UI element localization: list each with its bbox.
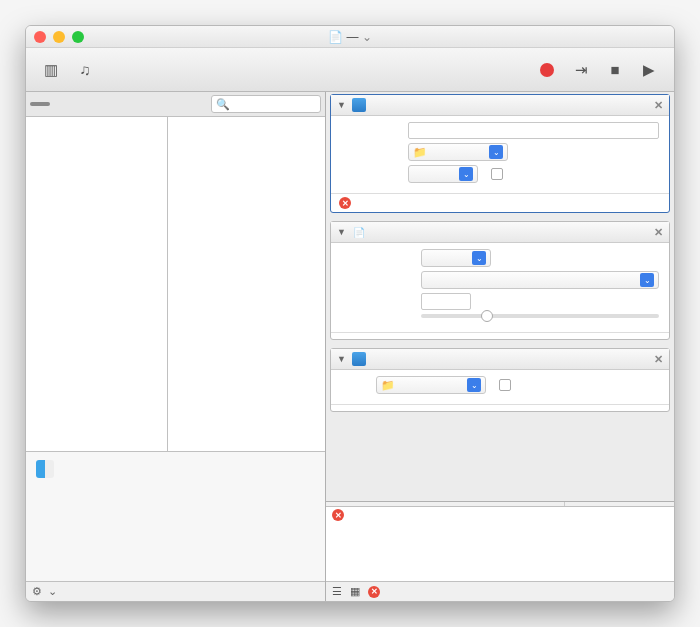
- titlebar: 📄 — ⌄: [26, 26, 674, 48]
- play-icon: ▶: [638, 60, 660, 80]
- gear-icon[interactable]: ⚙︎: [32, 585, 42, 598]
- type-select[interactable]: ⌄: [408, 165, 478, 183]
- stop-button[interactable]: ■: [598, 60, 632, 80]
- colormodel-select[interactable]: ⌄: [421, 249, 491, 267]
- variables-tab[interactable]: [50, 102, 70, 106]
- category-list[interactable]: [26, 117, 168, 451]
- workflow-step-move-finder[interactable]: ▼✕ 📁 ⌄: [330, 348, 670, 412]
- pdf-icon: 📄: [352, 225, 366, 239]
- grid-view-icon[interactable]: ▦: [350, 585, 360, 598]
- close-icon[interactable]: ✕: [654, 353, 663, 366]
- close-icon[interactable]: ✕: [654, 99, 663, 112]
- toolbar: ▥ ♫ ⇥ ■ ▶: [26, 48, 674, 92]
- disclosure-icon[interactable]: ▼: [337, 354, 347, 364]
- error-icon: ✕: [368, 586, 380, 598]
- stop-icon: ■: [604, 60, 626, 80]
- error-icon: ✕: [332, 509, 344, 521]
- log-panel: ✕: [326, 501, 674, 581]
- workflow-step-ask-finder[interactable]: ▼✕ 📁 ⌄ ⌄ ✕: [330, 94, 670, 213]
- music-note-icon: ♫: [74, 60, 96, 80]
- action-list[interactable]: [168, 117, 325, 451]
- resolution-input[interactable]: [421, 293, 471, 310]
- compression-slider[interactable]: [421, 314, 659, 318]
- finder-icon: [352, 98, 366, 112]
- search-field[interactable]: 🔍: [211, 95, 321, 113]
- window-title: 📄 — ⌄: [26, 30, 674, 44]
- finder-icon: [352, 352, 366, 366]
- library-toolbar-button[interactable]: ▥: [34, 60, 68, 80]
- step-icon: ⇥: [570, 60, 592, 80]
- disclosure-icon[interactable]: ▼: [337, 227, 347, 237]
- list-view-icon[interactable]: ☰: [332, 585, 342, 598]
- to-select[interactable]: 📁 ⌄: [376, 376, 486, 394]
- workflow-panel: ▼✕ 📁 ⌄ ⌄ ✕ ▼📄✕ ⌄ ⌄: [326, 92, 674, 601]
- dropdown-icon[interactable]: ⌄: [48, 585, 57, 598]
- step-button[interactable]: ⇥: [564, 60, 598, 80]
- replace-checkbox[interactable]: [499, 379, 511, 391]
- prompt-input[interactable]: [408, 122, 659, 139]
- columns-icon: ▥: [40, 60, 62, 80]
- search-icon: 🔍: [216, 98, 230, 111]
- allow-multiple-checkbox[interactable]: [491, 168, 503, 180]
- description-panel: [26, 451, 325, 581]
- left-footer: ⚙︎⌄: [26, 581, 325, 601]
- actions-tab[interactable]: [30, 102, 50, 106]
- library-panel: 🔍 ⚙︎⌄: [26, 92, 326, 601]
- startat-select[interactable]: 📁 ⌄: [408, 143, 508, 161]
- format-select[interactable]: ⌄: [421, 271, 659, 289]
- finder-icon: [36, 460, 54, 478]
- error-icon: ✕: [339, 197, 351, 209]
- record-icon: [540, 63, 554, 77]
- log-row[interactable]: ✕: [326, 507, 674, 523]
- automator-window: 📄 — ⌄ ▥ ♫ ⇥ ■ ▶ 🔍: [25, 25, 675, 602]
- run-button[interactable]: ▶: [632, 60, 666, 80]
- close-icon[interactable]: ✕: [654, 226, 663, 239]
- right-footer: ☰ ▦ ✕: [326, 581, 674, 601]
- workflow-step-render-pdf[interactable]: ▼📄✕ ⌄ ⌄: [330, 221, 670, 340]
- record-button[interactable]: [530, 60, 564, 80]
- disclosure-icon[interactable]: ▼: [337, 100, 347, 110]
- media-toolbar-button[interactable]: ♫: [68, 60, 102, 80]
